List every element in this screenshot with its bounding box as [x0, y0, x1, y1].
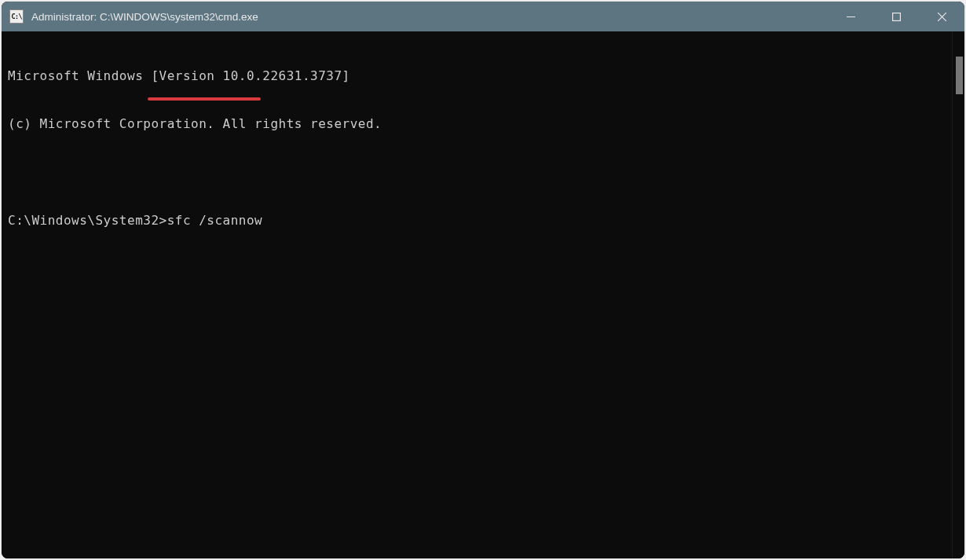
titlebar[interactable]: C:\ Administrator: C:\WINDOWS\system32\c… [2, 2, 964, 31]
terminal-command: sfc /scannow [167, 213, 263, 228]
minimize-icon [847, 13, 855, 21]
close-icon [938, 13, 946, 21]
svg-rect-1 [892, 13, 900, 20]
command-underline-annotation [148, 97, 261, 101]
terminal-line-blank [8, 165, 946, 181]
terminal-prompt: C:\Windows\System32> [8, 213, 167, 228]
cmd-icon-text: C:\ [11, 13, 21, 20]
cmd-icon: C:\ [9, 9, 24, 24]
terminal-line-copyright: (c) Microsoft Corporation. All rights re… [8, 116, 946, 132]
terminal-content[interactable]: Microsoft Windows [Version 10.0.22631.37… [2, 31, 952, 558]
terminal-line-version: Microsoft Windows [Version 10.0.22631.37… [8, 68, 946, 84]
terminal-prompt-line: C:\Windows\System32>sfc /scannow [8, 213, 946, 229]
window-controls [828, 2, 964, 31]
window-title: Administrator: C:\WINDOWS\system32\cmd.e… [31, 11, 258, 23]
terminal-area[interactable]: Microsoft Windows [Version 10.0.22631.37… [2, 31, 964, 558]
minimize-button[interactable] [828, 2, 873, 31]
cmd-window: C:\ Administrator: C:\WINDOWS\system32\c… [2, 2, 964, 558]
maximize-button[interactable] [873, 2, 919, 31]
close-button[interactable] [919, 2, 964, 31]
scrollbar-thumb[interactable] [956, 57, 963, 94]
scrollbar-track[interactable] [952, 31, 964, 558]
maximize-icon [892, 13, 901, 21]
